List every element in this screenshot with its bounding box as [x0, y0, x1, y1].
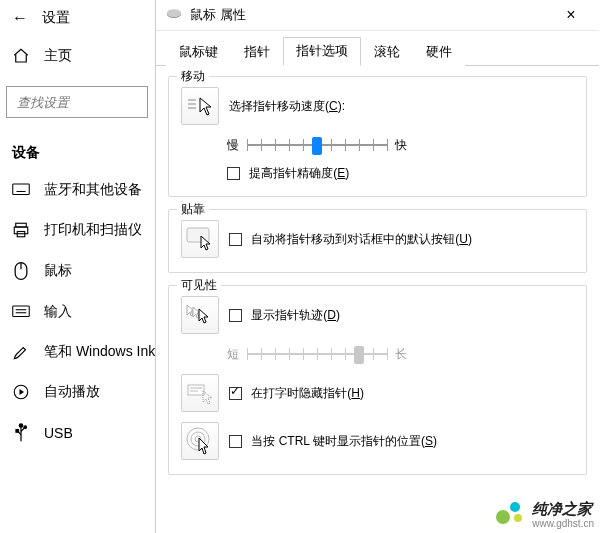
pointer-speed-slider[interactable]: [247, 135, 387, 155]
sidebar-item-usb[interactable]: USB: [0, 412, 154, 454]
watermark-url: www.gdhst.cn: [532, 519, 594, 529]
sidebar-item-home[interactable]: 主页: [0, 36, 154, 76]
sidebar-item-label: 蓝牙和其他设备: [44, 181, 142, 199]
dialog-body: 移动 选择指针移动速度(C): 慢 快: [156, 66, 599, 533]
sidebar-item-label: 输入: [44, 303, 72, 321]
mouse-icon: [12, 261, 30, 281]
back-icon[interactable]: ←: [12, 9, 28, 27]
fast-label: 快: [395, 137, 407, 154]
hide-pointer-typing-option[interactable]: 在打字时隐藏指针(H): [229, 385, 364, 402]
ctrl-locate-preview-icon: [181, 422, 219, 460]
watermark-logo-icon: [496, 502, 526, 528]
enhance-precision-checkbox[interactable]: [227, 167, 240, 180]
tab-wheel[interactable]: 滚轮: [361, 38, 413, 66]
section-heading-devices: 设备: [12, 144, 154, 162]
tab-pointers[interactable]: 指针: [231, 38, 283, 66]
printer-icon: [12, 221, 30, 239]
close-button[interactable]: ×: [551, 6, 591, 24]
sidebar-item-label: 笔和 Windows Ink: [44, 343, 155, 361]
ctrl-locate-option[interactable]: 当按 CTRL 键时显示指针的位置(S): [229, 433, 437, 450]
group-motion: 移动 选择指针移动速度(C): 慢 快: [168, 76, 587, 197]
sidebar-item-label: 主页: [44, 47, 72, 65]
settings-sidebar: ← 设置 主页 设备 蓝牙和其他设备 打印机和扫描仪 鼠标 输入: [0, 0, 155, 533]
sidebar-item-bluetooth[interactable]: 蓝牙和其他设备: [0, 170, 154, 210]
pointer-trail-option[interactable]: 显示指针轨迹(D): [229, 307, 340, 324]
pointer-speed-label: 选择指针移动速度(C):: [229, 98, 345, 115]
home-icon: [12, 47, 30, 65]
snap-to-default-checkbox[interactable]: [229, 233, 242, 246]
svg-rect-11: [13, 306, 30, 317]
usb-icon: [12, 423, 30, 443]
group-snap: 贴靠 自动将指针移动到对话框中的默认按钮(U): [168, 209, 587, 273]
svg-point-21: [167, 9, 181, 17]
trail-preview-icon: [181, 296, 219, 334]
sidebar-item-pen[interactable]: 笔和 Windows Ink: [0, 332, 154, 372]
svg-rect-18: [16, 430, 19, 433]
svg-point-17: [19, 424, 22, 427]
hide-typing-preview-icon: [181, 374, 219, 412]
sidebar-item-autoplay[interactable]: 自动播放: [0, 372, 154, 412]
hide-pointer-typing-checkbox[interactable]: [229, 387, 242, 400]
sidebar-item-label: 自动播放: [44, 383, 100, 401]
pen-icon: [12, 343, 30, 361]
autoplay-icon: [12, 383, 30, 401]
pointer-trail-slider: [247, 344, 387, 364]
tab-hardware[interactable]: 硬件: [413, 38, 465, 66]
sidebar-item-printers[interactable]: 打印机和扫描仪: [0, 210, 154, 250]
group-title-motion: 移动: [177, 68, 209, 85]
dialog-titlebar: 鼠标 属性 ×: [156, 0, 599, 31]
snap-preview-icon: [181, 220, 219, 258]
group-title-visibility: 可见性: [177, 277, 221, 294]
watermark-brand: 纯净之家: [532, 500, 592, 517]
snap-to-default-option[interactable]: 自动将指针移动到对话框中的默认按钮(U): [229, 231, 472, 248]
sidebar-item-mouse[interactable]: 鼠标: [0, 250, 154, 292]
dialog-title: 鼠标 属性: [190, 6, 551, 24]
keyboard-icon: [12, 183, 30, 197]
sidebar-item-typing[interactable]: 输入: [0, 292, 154, 332]
svg-rect-26: [188, 385, 204, 395]
group-title-snap: 贴靠: [177, 201, 209, 218]
settings-title: 设置: [42, 9, 70, 27]
slow-label: 慢: [227, 137, 239, 154]
svg-rect-7: [14, 227, 28, 234]
trail-short-label: 短: [227, 346, 239, 363]
ctrl-locate-checkbox[interactable]: [229, 435, 242, 448]
tab-strip: 鼠标键 指针 指针选项 滚轮 硬件: [156, 31, 599, 66]
pointer-trail-checkbox[interactable]: [229, 309, 242, 322]
mouse-app-icon: [166, 8, 182, 23]
search-box[interactable]: [6, 86, 148, 118]
svg-marker-15: [20, 389, 25, 395]
group-visibility: 可见性 显示指针轨迹(D) 短 长: [168, 285, 587, 475]
svg-point-19: [24, 426, 27, 429]
sidebar-item-label: 鼠标: [44, 262, 72, 280]
mouse-properties-dialog: 鼠标 属性 × 鼠标键 指针 指针选项 滚轮 硬件 移动 选择指针移动速度(C)…: [155, 0, 599, 533]
tab-buttons[interactable]: 鼠标键: [166, 38, 231, 66]
enhance-precision-option[interactable]: 提高指针精确度(E): [227, 165, 349, 182]
sidebar-item-label: USB: [44, 425, 73, 441]
svg-rect-0: [13, 184, 30, 195]
trail-long-label: 长: [395, 346, 407, 363]
watermark: 纯净之家 www.gdhst.cn: [496, 500, 594, 529]
sidebar-item-label: 打印机和扫描仪: [44, 221, 142, 239]
motion-preview-icon: [181, 87, 219, 125]
tab-pointer-options[interactable]: 指针选项: [283, 37, 361, 66]
typing-icon: [12, 305, 30, 319]
